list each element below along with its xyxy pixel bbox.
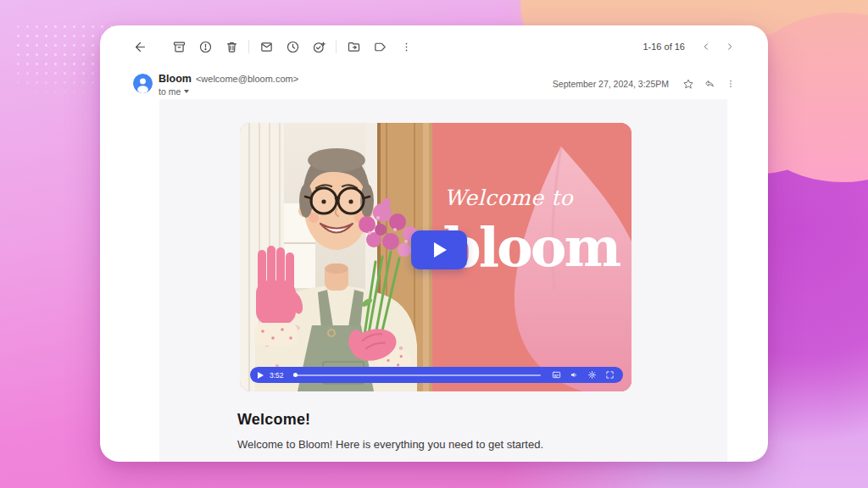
video-duration: 3:52 — [270, 371, 284, 380]
email-header: Bloom <welcome@bloom.com> to me Septembe… — [100, 68, 768, 99]
label-tag-icon — [373, 40, 387, 54]
gmail-window: 1-16 of 16 Bloom < — [100, 25, 768, 462]
video-player[interactable]: Welcome to bloom 3:52 — [240, 123, 632, 391]
video-title-wordmark: bloom — [443, 219, 619, 275]
volume-button[interactable] — [568, 369, 580, 381]
toolbar-pagination: 1-16 of 16 — [643, 37, 739, 56]
desktop-background: 1-16 of 16 Bloom < — [0, 0, 868, 488]
mark-unread-button[interactable] — [257, 37, 275, 56]
toolbar-divider — [248, 40, 249, 53]
recipient-label: to me — [159, 86, 181, 97]
chevron-down-icon — [184, 90, 189, 93]
archive-icon — [172, 40, 186, 54]
fullscreen-icon — [605, 370, 615, 380]
person-icon — [133, 74, 153, 93]
add-task-icon — [312, 40, 326, 54]
move-to-button[interactable] — [344, 37, 363, 56]
captions-button[interactable] — [550, 369, 562, 381]
chevron-right-icon — [724, 41, 736, 53]
delete-button[interactable] — [222, 37, 241, 56]
settings-button[interactable] — [586, 369, 598, 381]
snooze-button[interactable] — [283, 37, 302, 56]
email-heading: Welcome! — [237, 411, 727, 429]
sender-avatar — [133, 74, 153, 93]
player-play-icon[interactable] — [258, 372, 264, 379]
sender-block: Bloom <welcome@bloom.com> to me — [159, 73, 298, 97]
reply-icon — [704, 78, 715, 90]
toolbar-group-organize — [344, 37, 415, 56]
add-to-tasks-button[interactable] — [309, 37, 328, 56]
labels-button[interactable] — [370, 37, 389, 56]
back-arrow-icon — [133, 40, 147, 54]
report-spam-icon — [198, 40, 213, 54]
email-toolbar: 1-16 of 16 — [100, 25, 768, 68]
envelope-icon — [259, 40, 274, 54]
fullscreen-button[interactable] — [604, 369, 615, 381]
play-icon — [434, 242, 447, 258]
email-header-actions: September 27, 2024, 3:25PM — [553, 73, 739, 92]
playhead[interactable] — [293, 373, 298, 377]
back-button[interactable] — [131, 37, 149, 56]
gear-icon — [587, 370, 597, 380]
more-vertical-icon — [399, 40, 414, 54]
email-timestamp: September 27, 2024, 3:25PM — [553, 79, 669, 89]
sender-email: <welcome@bloom.com> — [196, 74, 298, 84]
newer-email-button[interactable] — [697, 37, 715, 56]
more-options-button[interactable] — [397, 37, 415, 56]
more-vertical-icon — [725, 78, 737, 90]
captions-icon — [552, 370, 561, 380]
video-thumbnail-photo — [240, 123, 432, 391]
chevron-left-icon — [700, 41, 712, 53]
toolbar-divider — [336, 40, 337, 53]
star-icon — [682, 78, 694, 90]
video-title-script: Welcome to — [432, 186, 585, 210]
toolbar-group-mail — [257, 37, 328, 56]
volume-icon — [570, 370, 579, 380]
sender-name: Bloom — [159, 73, 192, 85]
toolbar-group-archive — [170, 37, 241, 56]
report-spam-button[interactable] — [196, 37, 214, 56]
older-email-button[interactable] — [721, 37, 739, 56]
reply-button[interactable] — [701, 75, 718, 92]
email-body-panel: Welcome to bloom 3:52 — [159, 99, 727, 462]
archive-button[interactable] — [170, 37, 188, 56]
video-progress-bar[interactable] — [293, 374, 541, 376]
video-controls: 3:52 — [250, 367, 623, 383]
play-button[interactable] — [411, 230, 467, 269]
trash-icon — [225, 40, 239, 54]
sender-line: Bloom <welcome@bloom.com> — [159, 73, 298, 85]
pagination-label: 1-16 of 16 — [643, 42, 685, 52]
email-paragraph: Welcome to Bloom! Here is everything you… — [237, 438, 727, 451]
star-button[interactable] — [680, 75, 697, 92]
clock-icon — [286, 40, 300, 54]
message-more-button[interactable] — [722, 75, 739, 92]
folder-icon — [347, 40, 361, 54]
recipient-dropdown[interactable]: to me — [159, 86, 298, 97]
